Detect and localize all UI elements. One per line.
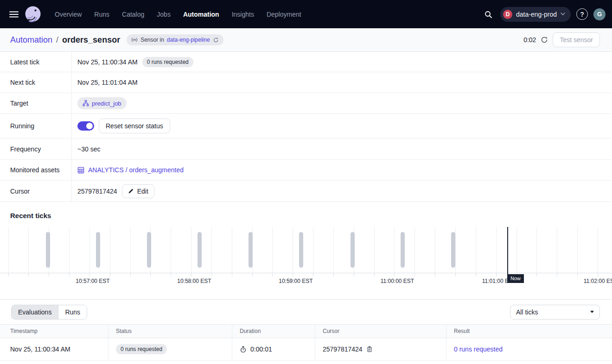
tab-evaluations[interactable]: Evaluations	[12, 305, 58, 319]
copy-cursor-icon[interactable]	[366, 346, 373, 352]
running-toggle[interactable]	[77, 121, 94, 131]
target-job-pill[interactable]: predict_job	[77, 97, 127, 109]
tick-status-filter[interactable]: All ticks	[510, 305, 600, 320]
axis-tick	[414, 273, 415, 276]
axis-tick	[536, 273, 537, 276]
code-location-link[interactable]: data-eng-pipeline	[167, 37, 210, 43]
axis-tick	[211, 273, 212, 276]
reload-location-icon[interactable]	[213, 37, 219, 43]
gridline	[8, 227, 9, 273]
gridline	[374, 227, 375, 273]
chevron-down-icon	[561, 13, 565, 16]
axis-tick	[110, 273, 110, 276]
cursor-label: Cursor	[0, 181, 72, 201]
axis-tick	[374, 273, 375, 276]
caret-down-icon	[590, 311, 594, 313]
tick-status-filter-value: All ticks	[516, 308, 538, 316]
sensor-badge-prefix: Sensor in	[140, 37, 164, 43]
tick-bar[interactable]	[451, 232, 455, 268]
reset-sensor-status-button[interactable]: Reset sensor status	[99, 119, 170, 133]
recent-ticks-section-heading: Recent ticks	[0, 202, 612, 227]
latest-tick-status-badge: 0 runs requested	[142, 57, 193, 67]
sensor-details: Latest tick Nov 25, 11:00:34 AM 0 runs r…	[0, 52, 612, 202]
sensor-icon	[131, 37, 138, 43]
sensor-location-badge: Sensor in data-eng-pipeline	[127, 34, 223, 45]
deployment-switcher[interactable]: D data-eng-prod	[500, 7, 571, 22]
tick-timeline: 10:57:00 EST10:58:00 EST10:59:00 EST11:0…	[0, 227, 612, 287]
axis-tick	[232, 273, 232, 276]
gridline	[435, 227, 435, 273]
axis-tick	[598, 273, 598, 276]
breadcrumb-automation-link[interactable]: Automation	[10, 35, 52, 45]
page-title: orders_sensor	[62, 35, 120, 45]
menu-icon[interactable]	[8, 9, 19, 20]
gridline	[536, 227, 537, 273]
nav-item-overview[interactable]: Overview	[55, 11, 82, 18]
axis-tick	[476, 273, 476, 276]
tick-bar[interactable]	[299, 232, 303, 268]
cursor-row: Cursor 25797817424 Edit	[0, 181, 612, 202]
gridline	[496, 227, 497, 273]
axis-tick	[354, 273, 354, 276]
gridline	[89, 227, 90, 273]
test-sensor-button[interactable]: Test sensor	[553, 32, 600, 47]
tick-bar[interactable]	[198, 232, 202, 268]
axis-tick	[333, 273, 334, 276]
axis-tick	[69, 273, 70, 276]
cell-result-link[interactable]: 0 runs requested	[454, 345, 503, 353]
refresh-icon[interactable]	[541, 36, 548, 44]
gridline	[28, 227, 29, 273]
axis-tick	[313, 273, 313, 276]
next-tick-label: Next tick	[0, 72, 72, 93]
nav-item-automation[interactable]: Automation	[183, 11, 219, 18]
running-label: Running	[0, 114, 72, 138]
gridline	[577, 227, 578, 273]
tick-plot	[0, 227, 612, 273]
page-header-right: 0:02 Test sensor	[523, 32, 600, 47]
next-tick-value: Nov 25, 11:01:04 AM	[77, 79, 138, 86]
nav-item-catalog[interactable]: Catalog	[122, 11, 144, 18]
axis-tick	[272, 273, 273, 276]
axis-tick	[577, 273, 578, 276]
tick-bar[interactable]	[46, 232, 50, 268]
dagster-logo-icon[interactable]	[24, 5, 42, 24]
tick-bar[interactable]	[401, 232, 405, 268]
running-row: Running Reset sensor status	[0, 114, 612, 138]
axis-tick	[130, 273, 131, 276]
nav-item-jobs[interactable]: Jobs	[157, 11, 171, 18]
nav-item-deployment[interactable]: Deployment	[267, 11, 301, 18]
table-icon	[77, 167, 84, 174]
frequency-row: Frequency ~30 sec	[0, 138, 612, 160]
next-tick-row: Next tick Nov 25, 11:01:04 AM	[0, 72, 612, 93]
gridline	[293, 227, 293, 273]
latest-tick-value: Nov 25, 11:00:34 AM	[77, 58, 138, 66]
cell-duration: 0:00:01	[250, 345, 272, 353]
search-icon[interactable]	[482, 8, 495, 21]
tab-runs[interactable]: Runs	[58, 305, 87, 319]
user-avatar[interactable]: G	[593, 8, 606, 20]
tick-bar[interactable]	[147, 232, 151, 268]
nav-item-runs[interactable]: Runs	[94, 11, 109, 18]
help-icon[interactable]: ?	[576, 8, 588, 20]
monitored-asset-link[interactable]: ANALYTICS / orders_augmented	[77, 166, 184, 174]
gridline	[232, 227, 232, 273]
axis-tick	[8, 273, 9, 276]
gridline	[69, 227, 70, 273]
now-marker-line	[507, 227, 508, 275]
nav-item-insights[interactable]: Insights	[232, 11, 254, 18]
latest-tick-row: Latest tick Nov 25, 11:00:34 AM 0 runs r…	[0, 52, 612, 72]
tick-bar[interactable]	[249, 232, 253, 268]
cell-timestamp: Nov 25, 11:00:34 AM	[0, 338, 108, 360]
edit-cursor-button-label: Edit	[137, 188, 148, 195]
edit-cursor-button[interactable]: Edit	[122, 184, 154, 198]
gridline	[211, 227, 212, 273]
top-nav: Overview Runs Catalog Jobs Automation In…	[0, 0, 612, 28]
tick-bar[interactable]	[351, 232, 355, 268]
deployment-initial-badge: D	[503, 10, 512, 19]
axis-tick	[89, 273, 90, 276]
gridline	[516, 227, 517, 273]
monitored-assets-label: Monitored assets	[0, 160, 72, 180]
col-header-timestamp: Timestamp	[0, 325, 108, 338]
page-header: Automation / orders_sensor Sensor in dat…	[0, 28, 612, 52]
tick-bar[interactable]	[96, 232, 100, 268]
